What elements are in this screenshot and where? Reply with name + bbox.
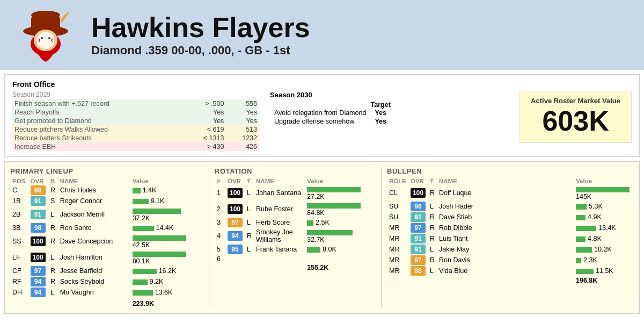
lineup-bats: L (48, 206, 58, 222)
rotation-col-value: Value (305, 177, 365, 185)
rotation-total-row: 155.2K (215, 263, 365, 272)
lineup-player-name: Jackson Merrill (58, 206, 130, 222)
rotation-section: ROTATION # OVR T NAME Value 1100LJohan S… (215, 167, 365, 308)
fo-right-goal-label: Avoid relegation from Diamond (270, 109, 370, 117)
lineup-col-ovr: OVR (28, 177, 48, 185)
value-cell: 4.9K (574, 212, 634, 222)
value-cell: 9.1K (130, 196, 193, 206)
rotation-player-name: Johan Santana (254, 185, 305, 201)
lineup-ovr: 91 (28, 206, 48, 222)
fo-goal-row: Increase EBH> 430426 (12, 142, 259, 151)
value-cell: 4.8K (574, 233, 634, 244)
bullpen-role: SU (387, 201, 408, 212)
lineup-row: 2B91LJackson Merrill37.2K (10, 206, 193, 222)
lineup-col-b: B (48, 177, 58, 185)
value-cell: 5.3K (574, 201, 634, 212)
fo-goal-label: Increase EBH (12, 142, 183, 151)
value-cell: 37.2K (130, 206, 193, 222)
lineup-player-name: Josh Hamilton (58, 249, 130, 265)
fo-right-goal-row: Avoid relegation from DiamondYes (270, 109, 391, 117)
fo-goal-row: Get promoted to DiamondYesYes (12, 117, 259, 125)
lineup-bats: L (48, 249, 58, 265)
rotation-num: 2 (215, 201, 225, 217)
rotation-ovr: 95 (225, 244, 245, 255)
bullpen-player-name: Jakie May (437, 244, 574, 255)
fo-goal-target: Yes (183, 117, 226, 125)
lineup-ovr: 94 (28, 276, 48, 287)
rotation-row: 595LFrank Tanana8.0K (215, 244, 365, 255)
lineup-ovr: 100 (28, 233, 48, 249)
lineup-ovr: 97 (28, 265, 48, 276)
bullpen-col-ovr: OVR (408, 177, 428, 185)
lineup-ovr: 94 (28, 287, 48, 298)
rotation-row: 2100LRube Foster84.8K (215, 201, 365, 217)
value-cell: 32.7K (305, 228, 365, 244)
lineup-total-label (10, 298, 130, 308)
bullpen-ovr: 91 (408, 233, 428, 244)
rotation-section-header: ROTATION (215, 167, 365, 175)
value-cell: 8.0K (305, 244, 365, 255)
fo-goal-target: < 619 (183, 125, 226, 134)
lineup-player-name: Chris Hoiles (58, 185, 130, 196)
lineup-row: 1B91SRoger Connor9.1K (10, 196, 193, 206)
value-cell: 84.8K (305, 201, 365, 217)
lineup-pos: SS (10, 233, 28, 249)
rotation-throws: L (245, 185, 254, 201)
fo-goal-actual: 513 (226, 125, 259, 134)
rotation-throws: L (245, 217, 254, 228)
bullpen-role: MR (387, 244, 408, 255)
svg-point-6 (41, 37, 43, 39)
rotation-player-name: Smokey Joe Williams (254, 228, 305, 244)
lineup-total-value: 223.9K (130, 298, 193, 308)
rotation-ovr: 100 (225, 201, 245, 217)
bullpen-ovr: 96 (408, 201, 428, 212)
value-cell: 10.2K (574, 244, 634, 255)
rotation-ovr (225, 255, 245, 263)
divider-2 (381, 167, 382, 308)
rotation-num: 6 (215, 255, 225, 263)
svg-point-7 (48, 37, 50, 39)
fo-goals-table-left: Finish season with +.527 record> .500.55… (12, 99, 259, 151)
lineup-ovr: 89 (28, 185, 48, 196)
bullpen-section: BULLPEN ROLE OVR T NAME Value CL100RDolf… (387, 167, 634, 308)
bullpen-col-name: NAME (437, 177, 574, 185)
rotation-row: 1100LJohan Santana27.2K (215, 185, 365, 201)
rotation-num: 3 (215, 217, 225, 228)
lineup-bats: R (48, 276, 58, 287)
value-cell: 14.4K (130, 222, 193, 233)
lineup-bats: R (48, 265, 58, 276)
bullpen-ovr: 97 (408, 222, 428, 233)
rotation-row: 6 (215, 255, 365, 263)
lineup-pos: LF (10, 249, 28, 265)
lineup-player-name: Roger Connor (58, 196, 130, 206)
lineup-bats: S (48, 196, 58, 206)
rotation-num: 1 (215, 185, 225, 201)
bullpen-role: MR (387, 255, 408, 265)
bullpen-throws: R (428, 233, 437, 244)
value-cell: 42.5K (130, 233, 193, 249)
fo-goal-label: Finish season with +.527 record (12, 99, 183, 108)
fo-goal-target: < 1313 (183, 134, 226, 142)
lineup-pos: C (10, 185, 28, 196)
rotation-num: 4 (215, 228, 225, 244)
fo-goal-actual: Yes (226, 117, 259, 125)
bullpen-throws: L (428, 201, 437, 212)
value-cell: 145K (574, 185, 634, 201)
front-office-section: Front Office Season 2029 Finish season w… (4, 74, 640, 157)
value-cell (305, 255, 365, 263)
fo-right-goal-col (270, 101, 370, 109)
lineup-col-value: Value (130, 177, 193, 185)
fo-goal-target: Yes (183, 108, 226, 117)
bullpen-role: MR (387, 233, 408, 244)
lineup-player-name: Mo Vaughn (58, 287, 130, 298)
fo-right-goal-label: Upgrade offense somehow (270, 117, 370, 126)
bullpen-role: MR (387, 222, 408, 233)
rotation-throws: L (245, 244, 254, 255)
header: Hawkins Flayers Diamond .359 00-00, .000… (0, 0, 644, 70)
bullpen-table: ROLE OVR T NAME Value CL100RDolf Luque14… (387, 177, 634, 285)
bullpen-throws: R (428, 222, 437, 233)
rotation-ovr: 87 (225, 217, 245, 228)
lineup-row: RF94RSocks Seybold9.2K (10, 276, 193, 287)
fo-goal-label: Get promoted to Diamond (12, 117, 183, 125)
bullpen-col-role: ROLE (387, 177, 408, 185)
